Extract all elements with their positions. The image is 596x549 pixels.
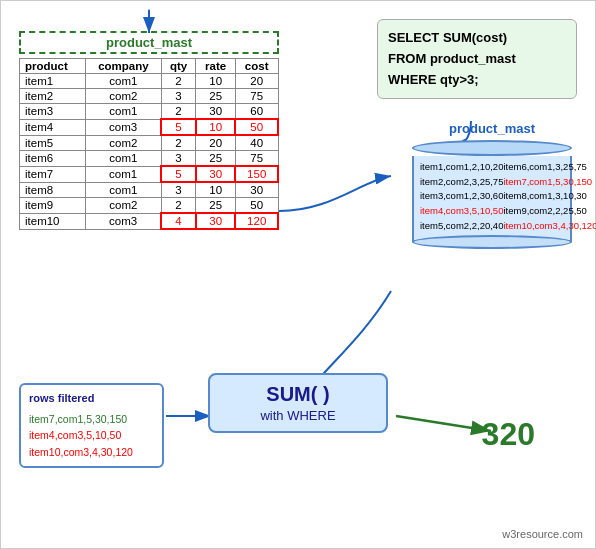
table-cell: 2 [161,135,196,151]
db-row-right: item6,com1,3,25,75 [503,160,586,175]
filtered-label: rows filtered [29,390,154,408]
table-cell: com2 [86,135,162,151]
table-cell: 3 [161,151,196,167]
table-row: item6com132575 [20,151,279,167]
db-row-right: item8,com1,3,10,30 [503,189,586,204]
db-bottom-ellipse [412,235,572,249]
db-row-right: item10,com3,4,30,120 [503,219,596,234]
table-header-row: product company qty rate cost [20,59,279,74]
filtered-item: item10,com3,4,30,120 [29,444,154,461]
table-cell: 30 [196,166,235,182]
table-cell: 40 [235,135,278,151]
sql-line3: WHERE qty>3; [388,72,479,87]
table-cell: com1 [86,74,162,89]
db-body: item1,com1,2,10,20item6,com1,3,25,75item… [412,156,572,242]
filtered-box: rows filtered item7,com1,5,30,150item4,c… [19,383,164,468]
table-row: item2com232575 [20,89,279,104]
table-cell: item3 [20,104,86,120]
db-row-left: item1,com1,2,10,20 [420,160,503,175]
sum-box: SUM( ) with WHERE [208,373,388,433]
table-cell: com1 [86,104,162,120]
table-cell: 10 [196,74,235,89]
filtered-item: item7,com1,5,30,150 [29,411,154,428]
table-cell: item5 [20,135,86,151]
table-cell: 20 [196,135,235,151]
table-cell: 3 [161,182,196,198]
table-cell: 30 [235,182,278,198]
table-cell: 2 [161,104,196,120]
table-row: item7com1530150 [20,166,279,182]
result-value: 320 [482,416,535,453]
table-cell: 30 [196,104,235,120]
filtered-items: item7,com1,5,30,150item4,com3,5,10,50ite… [29,411,154,461]
table-cell: com1 [86,182,162,198]
db-row-right: item7,com1,5,30,150 [503,175,592,190]
table-cell: 75 [235,151,278,167]
table-cell: 5 [161,119,196,135]
watermark: w3resource.com [502,528,583,540]
table-cell: 20 [235,74,278,89]
table-cell: 25 [196,151,235,167]
col-cost: cost [235,59,278,74]
table-cell: item7 [20,166,86,182]
sql-line1: SELECT SUM(cost) [388,30,507,45]
table-cell: 60 [235,104,278,120]
db-row-left: item2,com2,3,25,75 [420,175,503,190]
sql-line2: FROM product_mast [388,51,516,66]
table-cell: 75 [235,89,278,104]
sum-title: SUM( ) [220,383,376,406]
table-row: item4com351050 [20,119,279,135]
table-cell: 30 [196,213,235,229]
table-cell: item1 [20,74,86,89]
table-cell: 25 [196,89,235,104]
table-cell: com2 [86,198,162,214]
sum-subtitle: with WHERE [220,408,376,423]
table-cell: 5 [161,166,196,182]
col-rate: rate [196,59,235,74]
data-table: product company qty rate cost item1com12… [19,58,279,230]
main-container: SELECT SUM(cost) FROM product_mast WHERE… [0,0,596,549]
table-cell: 25 [196,198,235,214]
table-row: item10com3430120 [20,213,279,229]
table-cell: item6 [20,151,86,167]
db-shape: product_mast item1,com1,2,10,20item6,com… [407,121,577,249]
db-row-right: item9,com2,2,25,50 [503,204,586,219]
table-cell: com3 [86,119,162,135]
table-row: item8com131030 [20,182,279,198]
db-row-left: item3,com1,2,30,60 [420,189,503,204]
table-cell: com1 [86,151,162,167]
col-company: company [86,59,162,74]
table-cell: 10 [196,182,235,198]
table-row: item1com121020 [20,74,279,89]
table-cell: 50 [235,119,278,135]
table-cell: com1 [86,166,162,182]
table-cell: item2 [20,89,86,104]
table-cell: com2 [86,89,162,104]
db-label: product_mast [407,121,577,136]
table-cell: 50 [235,198,278,214]
table-cell: item9 [20,198,86,214]
table-cell: 150 [235,166,278,182]
table-cell: 3 [161,89,196,104]
table-cell: item8 [20,182,86,198]
table-cell: 10 [196,119,235,135]
table-row: item3com123060 [20,104,279,120]
sql-box: SELECT SUM(cost) FROM product_mast WHERE… [377,19,577,99]
db-row-left: item4,com3,5,10,50 [420,204,503,219]
table-cell: 120 [235,213,278,229]
db-cylinder: item1,com1,2,10,20item6,com1,3,25,75item… [407,140,577,249]
table-cell: item4 [20,119,86,135]
filtered-item: item4,com3,5,10,50 [29,427,154,444]
table-row: item5com222040 [20,135,279,151]
table-title: product_mast [19,31,279,54]
table-cell: 2 [161,74,196,89]
table-cell: 2 [161,198,196,214]
table-container: product_mast product company qty rate co… [19,31,279,230]
col-qty: qty [161,59,196,74]
table-cell: 4 [161,213,196,229]
col-product: product [20,59,86,74]
db-top [412,140,572,156]
table-cell: com3 [86,213,162,229]
table-row: item9com222550 [20,198,279,214]
db-row-left: item5,com2,2,20,40 [420,219,503,234]
